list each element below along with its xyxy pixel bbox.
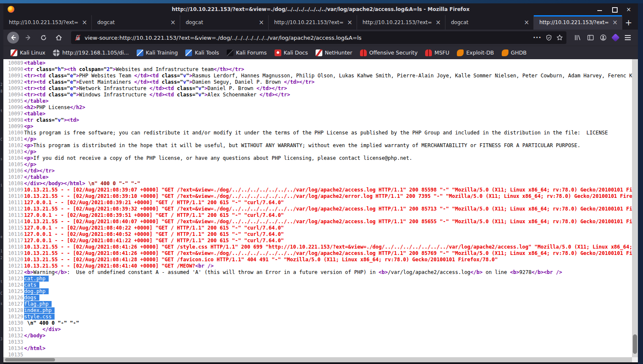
source-line: 10125dog.php — [3, 288, 632, 295]
line-code: 10.13.21.55 - - [02/Aug/2021:08:41:40 +0… — [24, 263, 632, 269]
minimize-button[interactable] — [597, 7, 602, 12]
sidebar-icon[interactable] — [587, 34, 594, 41]
menu-icon[interactable] — [624, 35, 631, 41]
line-number: 10098 — [3, 117, 24, 123]
line-number: 10099 — [3, 123, 24, 130]
tab-close-icon[interactable]: × — [522, 19, 531, 26]
source-line: 10128index.php — [3, 307, 632, 314]
tab-label: dogcat — [97, 19, 168, 25]
library-icon[interactable] — [574, 34, 581, 41]
tab[interactable]: dogcat× — [445, 15, 534, 30]
vertical-scrollbar-thumb[interactable] — [633, 334, 637, 354]
tab[interactable]: http://10.10.221.153/?ext=× — [269, 15, 357, 30]
tab-label: http://10.10.221.153/?ext= — [274, 19, 345, 25]
extension-icon[interactable] — [611, 33, 620, 42]
line-number: 10125 — [3, 288, 24, 295]
tab[interactable]: dogcat× — [92, 15, 180, 30]
reload-button[interactable] — [37, 31, 50, 44]
line-number: 10117 — [3, 238, 24, 244]
tab-close-icon[interactable]: × — [434, 19, 442, 26]
bookmark-star-icon[interactable] — [556, 34, 563, 41]
line-number: 10112 — [3, 206, 24, 212]
url-text: view-source:http://10.10.221.153/?ext=&v… — [85, 35, 530, 41]
line-code: <tr><td class="e">Network Infrastructure… — [24, 85, 632, 92]
source-line: 10091<tr><td class="e">PHP Websites Team… — [3, 73, 632, 79]
source-line: 10133 — [3, 339, 632, 345]
tab-close-icon[interactable]: × — [610, 19, 619, 26]
firefox-window: http://10.10.221.153/?ext=&view=./dog/..… — [3, 3, 638, 364]
tab[interactable]: http://10.10.221.153/?ext=× — [357, 15, 445, 30]
line-number: 10109 — [3, 187, 24, 193]
source-line: 10097<table> — [3, 111, 632, 117]
black-tool-icon — [227, 49, 234, 56]
bookmark-item[interactable]: MSFU — [422, 48, 452, 57]
line-code: </div> — [24, 326, 632, 333]
line-number: 10116 — [3, 231, 24, 238]
tab-active[interactable]: http://10.10.221.153/?ext=× — [534, 15, 622, 30]
close-button[interactable]: × — [626, 7, 631, 12]
bookmark-item[interactable]: Kali Linux — [8, 48, 48, 57]
bookmark-item[interactable]: Offensive Security — [357, 48, 420, 57]
line-code: cats — [24, 282, 632, 288]
line-number: 10095 — [3, 98, 24, 104]
home-icon — [55, 34, 62, 41]
line-number: 10119 — [3, 250, 24, 257]
line-number: 10111 — [3, 200, 24, 206]
account-icon[interactable] — [600, 34, 607, 41]
home-button[interactable] — [52, 31, 65, 44]
source-line: 10116127.0.0.1 - - [02/Aug/2021:08:40:52… — [3, 231, 632, 238]
tab[interactable]: http://10.10.221.153/?ext=× — [3, 15, 92, 30]
bookmark-item[interactable]: NetHunter — [313, 48, 355, 57]
kali-dragon-icon — [11, 49, 17, 56]
line-code: style.css — [24, 314, 632, 320]
source-line: 1011910.13.21.55 - - [02/Aug/2021:08:41:… — [3, 250, 632, 257]
line-number: 10103 — [3, 149, 24, 155]
source-line: 10107</table> — [3, 174, 632, 181]
tab-close-icon[interactable]: × — [345, 19, 354, 26]
horizontal-scrollbar[interactable] — [3, 357, 638, 362]
tab-label: dogcat — [186, 19, 257, 25]
bookmark-item[interactable]: Exploit-DB — [454, 48, 497, 57]
forward-button[interactable] — [22, 31, 35, 44]
line-code: \n" 400 0 "-" "-" — [24, 320, 632, 326]
line-code: 127.0.0.1 - - [02/Aug/2021:08:41:22 +000… — [24, 238, 632, 244]
line-code: </table> — [24, 174, 632, 181]
line-number: 10114 — [3, 219, 24, 225]
bookmark-item[interactable]: GHDB — [499, 48, 530, 57]
source-line: 10135 — [3, 352, 632, 357]
line-code: dog.php — [24, 288, 632, 295]
line-code: 127.0.0.1 - - [02/Aug/2021:08:40:52 +000… — [24, 231, 632, 238]
source-pane[interactable]: 10089<table>10090<tr class="h"><th colsp… — [3, 59, 632, 357]
bookmark-item[interactable]: http://192.168.1.105/di... — [50, 48, 132, 57]
page-actions-icon[interactable]: ··· — [533, 34, 541, 41]
line-number: 10115 — [3, 225, 24, 231]
new-tab-button[interactable]: + — [622, 15, 635, 30]
window-bottom-edge — [3, 362, 638, 364]
url-bar[interactable]: view-source:http://10.10.221.153/?ext=&v… — [71, 31, 566, 44]
source-line: 10090<tr class="h"><th colspan="2">Websi… — [3, 66, 632, 73]
line-code: <tr><td class="e">PHP Websites Team </td… — [24, 73, 632, 79]
source-line: 10094<tr><td class="e">Windows Infrastru… — [3, 92, 632, 98]
line-number: 10105 — [3, 161, 24, 168]
horizontal-scrollbar-thumb[interactable] — [5, 358, 55, 361]
source-line: 10124cats — [3, 282, 632, 288]
tab-close-icon[interactable]: × — [168, 19, 177, 26]
source-line: 1012010.13.21.55 - - [02/Aug/2021:08:41:… — [3, 257, 632, 263]
source-line: 10127flag.php — [3, 301, 632, 307]
source-line: 10131 </div> — [3, 326, 632, 333]
bookmark-item[interactable]: Kali Tools — [182, 48, 222, 57]
back-button[interactable] — [7, 31, 19, 44]
vertical-scrollbar[interactable] — [632, 59, 638, 357]
bookmark-item[interactable]: Kali Forums — [224, 48, 270, 57]
title-bar[interactable]: http://10.10.221.153/?ext=&view=./dog/..… — [3, 3, 638, 15]
bookmark-item[interactable]: Kali Docs — [272, 48, 311, 57]
line-code: cat.php — [24, 276, 632, 282]
tracking-shield-icon[interactable] — [546, 34, 552, 41]
tab-close-icon[interactable]: × — [80, 19, 89, 26]
bookmark-item[interactable]: Kali Training — [134, 48, 181, 57]
tab-label: http://10.10.221.153/?ext= — [9, 19, 80, 25]
tab-close-icon[interactable]: × — [257, 19, 266, 26]
bookmark-label: Kali Docs — [284, 49, 308, 56]
tab[interactable]: dogcat× — [180, 15, 269, 30]
maximize-button[interactable] — [612, 7, 617, 12]
